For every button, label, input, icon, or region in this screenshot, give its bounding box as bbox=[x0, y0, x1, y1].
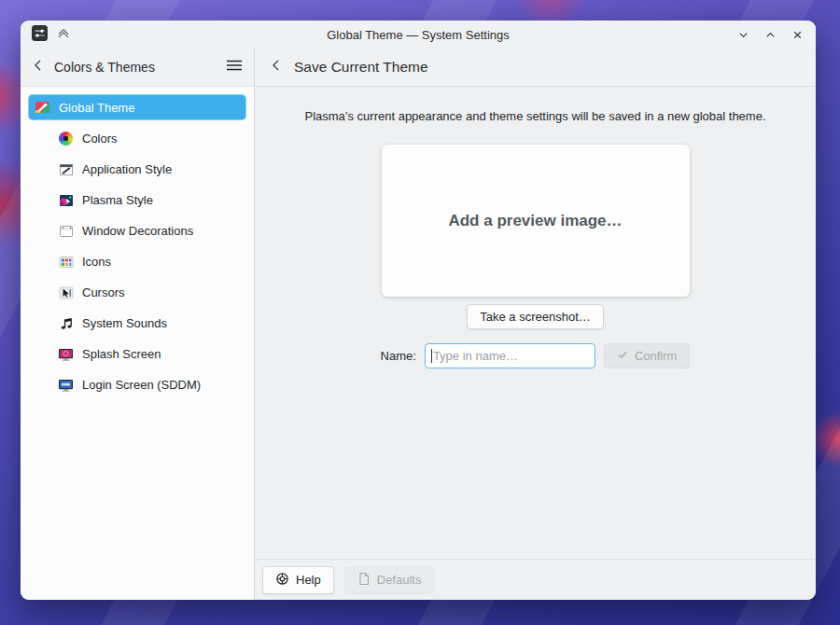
sidebar-item-colors[interactable]: Colors bbox=[21, 123, 254, 154]
system-sounds-icon bbox=[58, 315, 74, 331]
sidebar-list: Global Theme Colors Application Style bbox=[21, 87, 254, 600]
defaults-document-icon bbox=[357, 572, 371, 589]
description-text: Plasma’s current appearance and theme se… bbox=[304, 109, 765, 123]
sidebar-item-label: Cursors bbox=[82, 285, 125, 299]
sidebar-item-splash-screen[interactable]: Splash Screen bbox=[21, 339, 254, 369]
page-title: Save Current Theme bbox=[294, 59, 428, 76]
confirm-button[interactable]: Confirm bbox=[604, 343, 691, 368]
sidebar-item-label: System Sounds bbox=[82, 316, 167, 330]
preview-placeholder-text: Add a preview image… bbox=[448, 212, 622, 230]
sidebar-item-system-sounds[interactable]: System Sounds bbox=[21, 308, 254, 339]
sidebar-item-cursors[interactable]: Cursors bbox=[21, 277, 254, 308]
defaults-button-label: Defaults bbox=[377, 573, 422, 587]
sidebar-item-application-style[interactable]: Application Style bbox=[21, 154, 254, 185]
name-label: Name: bbox=[381, 349, 416, 363]
sidebar-item-label: Global Theme bbox=[59, 101, 134, 115]
main-header: Save Current Theme bbox=[255, 49, 816, 87]
keep-above-icon[interactable] bbox=[56, 25, 71, 44]
close-icon[interactable] bbox=[790, 27, 805, 42]
application-style-icon bbox=[58, 161, 74, 177]
titlebar[interactable]: Global Theme — System Settings bbox=[21, 21, 816, 49]
sidebar-item-label: Login Screen (SDDM) bbox=[82, 378, 201, 392]
help-button[interactable]: Help bbox=[262, 566, 334, 594]
app-icon bbox=[32, 25, 48, 45]
check-icon bbox=[617, 349, 628, 363]
plasma-style-icon bbox=[58, 192, 74, 208]
sidebar-item-plasma-style[interactable]: Plasma Style bbox=[21, 185, 254, 215]
system-settings-window: Global Theme — System Settings Colors & … bbox=[21, 21, 816, 600]
login-screen-icon bbox=[58, 377, 74, 393]
sidebar-title: Colors & Themes bbox=[54, 60, 217, 75]
preview-image-dropzone[interactable]: Add a preview image… bbox=[382, 145, 690, 297]
screenshot-button-label: Take a screenshot… bbox=[480, 310, 591, 324]
sidebar-item-label: Icons bbox=[82, 255, 111, 269]
help-icon bbox=[275, 572, 289, 589]
sidebar-item-label: Splash Screen bbox=[82, 347, 161, 361]
help-button-label: Help bbox=[296, 573, 321, 587]
hamburger-menu-icon[interactable] bbox=[226, 59, 243, 76]
splash-screen-icon bbox=[58, 346, 74, 362]
icons-icon bbox=[58, 254, 74, 270]
defaults-button[interactable]: Defaults bbox=[344, 566, 435, 594]
main-pane: Save Current Theme Plasma’s current appe… bbox=[255, 49, 816, 600]
sidebar-item-login-screen[interactable]: Login Screen (SDDM) bbox=[21, 369, 254, 400]
content-area: Plasma’s current appearance and theme se… bbox=[255, 87, 816, 559]
sidebar-item-label: Plasma Style bbox=[82, 193, 153, 207]
sidebar-item-label: Window Decorations bbox=[82, 224, 193, 238]
window-decorations-icon bbox=[58, 223, 74, 239]
maximize-icon[interactable] bbox=[763, 27, 777, 42]
back-icon[interactable] bbox=[270, 59, 283, 76]
sidebar-item-icons[interactable]: Icons bbox=[21, 246, 254, 277]
sidebar-item-label: Colors bbox=[82, 132, 118, 146]
text-caret bbox=[431, 349, 432, 363]
footer-toolbar: Help Defaults bbox=[255, 559, 816, 600]
theme-name-input[interactable] bbox=[425, 343, 595, 368]
sidebar-item-label: Application Style bbox=[82, 162, 172, 176]
window-title: Global Theme — System Settings bbox=[21, 28, 816, 42]
sidebar: Colors & Themes Global Theme Colors bbox=[21, 49, 255, 600]
name-row: Name: Confirm bbox=[381, 343, 691, 368]
minimize-icon[interactable] bbox=[735, 27, 750, 42]
sidebar-item-window-decorations[interactable]: Window Decorations bbox=[21, 215, 254, 246]
cursors-icon bbox=[58, 285, 74, 300]
take-screenshot-button[interactable]: Take a screenshot… bbox=[467, 304, 604, 329]
sidebar-header: Colors & Themes bbox=[21, 49, 254, 87]
global-theme-icon bbox=[35, 100, 50, 116]
back-icon[interactable] bbox=[32, 59, 45, 76]
confirm-button-label: Confirm bbox=[635, 349, 678, 363]
sidebar-item-global-theme[interactable]: Global Theme bbox=[28, 94, 246, 120]
colors-icon bbox=[58, 131, 74, 146]
